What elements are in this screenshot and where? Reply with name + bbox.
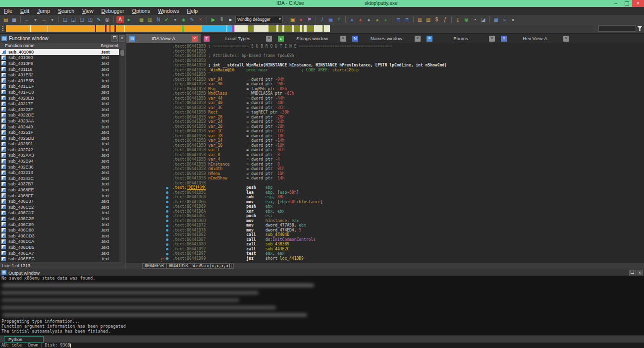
types-icon[interactable]: t [335,16,343,23]
function-row[interactable]: fsub_402691.text [0,141,119,147]
disassembly-line[interactable]: .text:00441D99 jnz short loc_441DB9 [126,256,644,261]
function-row[interactable]: fsub_4023AA.text [0,118,119,124]
menu-edit[interactable]: Edit [16,8,33,14]
scrollbar-thumb[interactable] [120,50,124,56]
copy-window-icon[interactable]: ◲ [70,16,77,23]
disassembly-line[interactable]: .text:00441D5B var_24 = dword ptr -24h [126,119,644,124]
disassembly-line[interactable]: .text:00441D60 sub esp, 88h [126,195,644,200]
disassembly-view[interactable]: .text:00441D5B ; =============== S U B R… [126,43,644,262]
function-row[interactable]: fsub_402AA3.text [0,153,119,159]
function-row[interactable]: fsub_406C12.text [0,204,119,210]
disassembly-line[interactable]: .text:00441D5B var_90 = dword ptr -90h [126,82,644,87]
menu-file[interactable]: File [0,8,16,14]
output-close-button[interactable]: × [637,270,643,276]
disassembly-line[interactable]: .text:00441D8D call sub_43B389 [126,242,644,247]
function-row[interactable]: fsub_402E36.text [0,164,119,170]
functions-close-button[interactable]: × [119,35,125,42]
signatures-icon[interactable]: ▥ [425,16,432,23]
nav-back-icon[interactable]: ← [23,16,31,23]
disassembly-line[interactable]: .text:00441D5B [126,72,644,77]
edit-icon[interactable]: ✎ [188,16,196,23]
function-row[interactable]: fsub_406D1A.text [0,239,119,245]
breakpoint-list-icon[interactable]: ▯ [454,16,462,23]
python-cli-tab[interactable]: Python [4,336,44,343]
disassembly-line[interactable]: .text:00441D6D mov hInstance, eax [126,219,644,224]
script-command-icon[interactable]: ▥ [146,16,154,23]
disassembly-line[interactable]: .text:00441D5B hMenu = dword ptr 10h [126,172,644,176]
function-row[interactable]: fsub_406DB5.text [0,244,119,250]
disassembly-line[interactable]: .text:00441D87 call ds:InitCommonControl… [126,237,644,242]
disassembly-line[interactable]: .text:00441D5B _WinMain@16 proc near ; C… [126,68,644,73]
function-row[interactable]: fsub_406C88.text [0,227,119,233]
dart-icon[interactable]: ◈ [180,16,187,23]
tab-hex-view-a[interactable]: #Hex View-A× [498,34,572,43]
close-button[interactable]: × [632,0,644,7]
desktop-layout-icon[interactable]: ◰ [87,16,94,23]
emulator-icon[interactable]: ● [125,16,132,23]
disassembly-line[interactable]: .text:00441D5B Rect = tagRECT ptr -38h [126,110,644,115]
disassembly-line[interactable]: .text:00441D5B [126,181,644,186]
menu-options[interactable]: Options [128,8,154,14]
filter-input[interactable] [598,25,636,32]
xrefs-from-icon[interactable]: ▲ [382,16,389,23]
menu-jump[interactable]: Jump [33,8,54,14]
disassembly-line[interactable]: .text:00441D5B Msg = tagMSG ptr -88h [126,87,644,92]
disassembly-line[interactable]: .text:00441D5B ; int __stdcall WinMain(H… [126,63,644,68]
disassembly-line[interactable]: .text:00441D5B var_28 = dword ptr -28h [126,115,644,120]
disassembly-line[interactable]: .text:00441D5B var_C = dword ptr -0Ch [126,148,644,153]
debug-stop-icon[interactable]: ■ [226,16,234,23]
tracing-icon[interactable]: ~ [471,16,479,23]
disassembly-line[interactable]: .text:00441D66 mov eax, [ebp+68h+hInstan… [126,200,644,205]
apply-caret-icon[interactable]: ▾ [171,16,179,23]
output-float-button[interactable] [629,270,636,276]
disassembly-line[interactable]: .text:00441D5C lea ebp, [esp-68h] [126,190,644,195]
function-row[interactable]: fsub_402449.text [0,124,119,130]
disassembly-line[interactable]: .text:00441D5B [126,49,644,54]
save-icon[interactable]: ▦ [10,16,18,23]
band-drag-handle[interactable] [2,26,3,31]
function-row[interactable]: fsub_4022DE.text [0,113,119,118]
tab-close-icon[interactable]: × [415,36,421,42]
search-icon[interactable]: ◎ [104,16,111,23]
function-row[interactable]: fsub_40217F.text [0,101,119,107]
column-segment[interactable]: Segment [101,43,118,48]
function-row[interactable]: fsub_403213.text [0,170,119,175]
xrefs-to-icon[interactable]: ▲ [374,16,381,23]
navigation-band[interactable] [6,25,593,32]
disassembly-line[interactable]: .text:00441D5B var_44 = dword ptr -44h [126,96,644,101]
disassembly-line[interactable]: .text:00441D5B nWidth = dword ptr 0Ch [126,167,644,172]
options-icon[interactable]: ○ [501,16,508,23]
menu-debugger[interactable]: Debugger [98,8,128,14]
disassembly-line[interactable]: .text:00441D6A xor ebx, ebx [126,209,644,214]
menu-help[interactable]: Help [183,8,202,14]
breakpoint-icon[interactable]: ● [297,16,305,23]
cancel-icon[interactable]: × [197,16,204,23]
function-row[interactable]: fsub_40343C.text [0,175,119,181]
function-row[interactable]: fsub_401FC0.text [0,89,119,95]
function-row[interactable]: fsub_406C2E.text [0,216,119,222]
disassembly-line[interactable]: .text:00441D82 call sub_44404D [126,232,644,237]
function-row[interactable]: fsub_4020EB.text [0,95,119,101]
menu-view[interactable]: View [78,8,98,14]
loaded-modules-icon[interactable]: $ [433,16,440,23]
function-row[interactable]: fsub_4068FF.text [0,193,119,199]
tab-strings-window[interactable]: sStrings window× [275,34,349,43]
snapshot-icon[interactable]: ◪ [480,16,487,23]
tab-close-icon[interactable]: × [489,36,495,42]
function-row[interactable]: fsub_402742.text [0,147,119,153]
function-row[interactable]: fsub_406C17.text [0,210,119,216]
hex-dump-icon[interactable]: ▦ [492,16,500,23]
disassembly-line[interactable]: .text:00441D5B var_8 = dword ptr -8 [126,153,644,158]
open-file-icon[interactable]: ▤ [2,16,9,23]
disassembly-line[interactable]: .text:00441D72 mov dword_477A58, ebx [126,223,644,228]
function-row[interactable]: fsub_401E6B.text [0,78,119,84]
menu-search[interactable]: Search [54,8,78,14]
disassembly-line[interactable]: .text:00441D5B var_94 = dword ptr -94h [126,77,644,82]
xref-graph-icon[interactable]: ▲ [365,16,373,23]
disassembly-line[interactable]: .text:00441D5B var_1C = dword ptr -1Ch [126,129,644,134]
function-row[interactable]: fsub_401060.text [0,55,119,61]
column-function-name[interactable]: Function name [5,43,35,48]
function-row[interactable]: fsub_401EEF.text [0,84,119,90]
call-graph-icon[interactable]: ▲ [357,16,364,23]
disassembly-line[interactable]: .text:00441D97 test eax, eax [126,251,644,256]
